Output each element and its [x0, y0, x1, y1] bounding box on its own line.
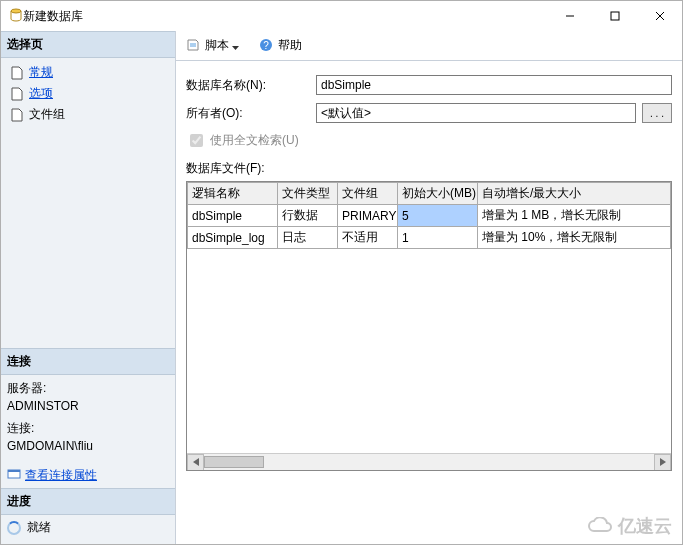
svg-text:?: ?	[263, 40, 269, 51]
db-icon	[9, 8, 23, 25]
col-logical-name[interactable]: 逻辑名称	[188, 183, 278, 205]
nav-label: 文件组	[29, 106, 65, 123]
titlebar: 新建数据库	[1, 1, 682, 31]
help-label: 帮助	[278, 37, 302, 54]
connection-header: 连接	[1, 348, 175, 375]
scroll-thumb[interactable]	[204, 456, 264, 468]
fulltext-label: 使用全文检索(U)	[210, 132, 299, 149]
progress-spinner-icon	[7, 521, 21, 535]
db-name-label: 数据库名称(N):	[186, 77, 316, 94]
connection-value: GMDOMAIN\fliu	[7, 437, 169, 455]
cell-filegroup[interactable]: 不适用	[338, 227, 398, 249]
db-name-input[interactable]	[316, 75, 672, 95]
close-button[interactable]	[637, 2, 682, 30]
page-nav: 常规 选项 文件组	[1, 58, 175, 133]
select-page-header: 选择页	[1, 31, 175, 58]
cell-file-type[interactable]: 行数据	[278, 205, 338, 227]
db-files-grid[interactable]: 逻辑名称 文件类型 文件组 初始大小(MB) 自动增长/最大大小 dbSimpl…	[186, 181, 672, 471]
cell-initial-size[interactable]: 1	[398, 227, 478, 249]
progress-status-block: 就绪	[1, 515, 175, 544]
table-row[interactable]: dbSimple_log 日志 不适用 1 增量为 10%，增长无限制	[188, 227, 671, 249]
cell-filegroup[interactable]: PRIMARY	[338, 205, 398, 227]
cell-autogrowth[interactable]: 增量为 1 MB，增长无限制	[478, 205, 671, 227]
col-file-type[interactable]: 文件类型	[278, 183, 338, 205]
owner-row: 所有者(O): . . .	[186, 103, 672, 123]
script-label: 脚本	[205, 37, 229, 54]
properties-icon	[7, 467, 21, 484]
page-icon	[9, 65, 25, 81]
script-button[interactable]: 脚本	[182, 35, 243, 56]
window-title: 新建数据库	[23, 8, 547, 25]
nav-item-general[interactable]: 常规	[5, 62, 171, 83]
fulltext-checkbox	[190, 134, 203, 147]
db-files-label: 数据库文件(F):	[186, 160, 672, 177]
col-initial-size[interactable]: 初始大小(MB)	[398, 183, 478, 205]
svg-rect-6	[8, 470, 20, 472]
server-label: 服务器:	[7, 379, 169, 397]
owner-label: 所有者(O):	[186, 105, 316, 122]
owner-input[interactable]	[316, 103, 636, 123]
left-panel: 选择页 常规 选项 文件组 连接 服务器: ADMINSTOR	[1, 31, 176, 544]
owner-browse-button[interactable]: . . .	[642, 103, 672, 123]
connection-info: 服务器: ADMINSTOR 连接: GMDOMAIN\fliu	[1, 375, 175, 463]
chevron-down-icon	[232, 39, 239, 53]
progress-status-text: 就绪	[27, 519, 51, 536]
nav-item-filegroups[interactable]: 文件组	[5, 104, 171, 125]
view-connection-props-label: 查看连接属性	[25, 467, 97, 484]
progress-header: 进度	[1, 488, 175, 515]
scroll-track[interactable]	[204, 454, 654, 470]
help-button[interactable]: ? 帮助	[255, 35, 306, 56]
col-filegroup[interactable]: 文件组	[338, 183, 398, 205]
nav-label: 常规	[29, 64, 53, 81]
table-row[interactable]: dbSimple 行数据 PRIMARY 5 增量为 1 MB，增长无限制	[188, 205, 671, 227]
col-autogrowth[interactable]: 自动增长/最大大小	[478, 183, 671, 205]
fulltext-row: 使用全文检索(U)	[186, 131, 672, 150]
dialog-new-database: 新建数据库 选择页 常规 选项 文件组	[0, 0, 683, 545]
cell-file-type[interactable]: 日志	[278, 227, 338, 249]
svg-point-0	[11, 9, 21, 13]
cell-autogrowth[interactable]: 增量为 10%，增长无限制	[478, 227, 671, 249]
main-panel: 脚本 ? 帮助 数据库名称(N): 所有者(O): . . .	[176, 31, 682, 544]
page-icon	[9, 86, 25, 102]
form-area: 数据库名称(N): 所有者(O): . . . 使用全文检索(U) 数据库文件(…	[176, 61, 682, 477]
nav-label: 选项	[29, 85, 53, 102]
server-value: ADMINSTOR	[7, 397, 169, 415]
toolbar: 脚本 ? 帮助	[176, 31, 682, 61]
page-icon	[9, 107, 25, 123]
db-name-row: 数据库名称(N):	[186, 75, 672, 95]
cell-initial-size[interactable]: 5	[398, 205, 478, 227]
help-icon: ?	[259, 38, 275, 54]
cell-logical-name[interactable]: dbSimple_log	[188, 227, 278, 249]
scroll-left-button[interactable]	[187, 454, 204, 471]
scroll-right-button[interactable]	[654, 454, 671, 471]
nav-item-options[interactable]: 选项	[5, 83, 171, 104]
svg-rect-2	[611, 12, 619, 20]
maximize-button[interactable]	[592, 2, 637, 30]
grid-header-row: 逻辑名称 文件类型 文件组 初始大小(MB) 自动增长/最大大小	[188, 183, 671, 205]
script-icon	[186, 38, 202, 54]
grid-horizontal-scrollbar[interactable]	[187, 453, 671, 470]
view-connection-props[interactable]: 查看连接属性	[1, 463, 175, 488]
connection-label: 连接:	[7, 419, 169, 437]
cell-logical-name[interactable]: dbSimple	[188, 205, 278, 227]
minimize-button[interactable]	[547, 2, 592, 30]
